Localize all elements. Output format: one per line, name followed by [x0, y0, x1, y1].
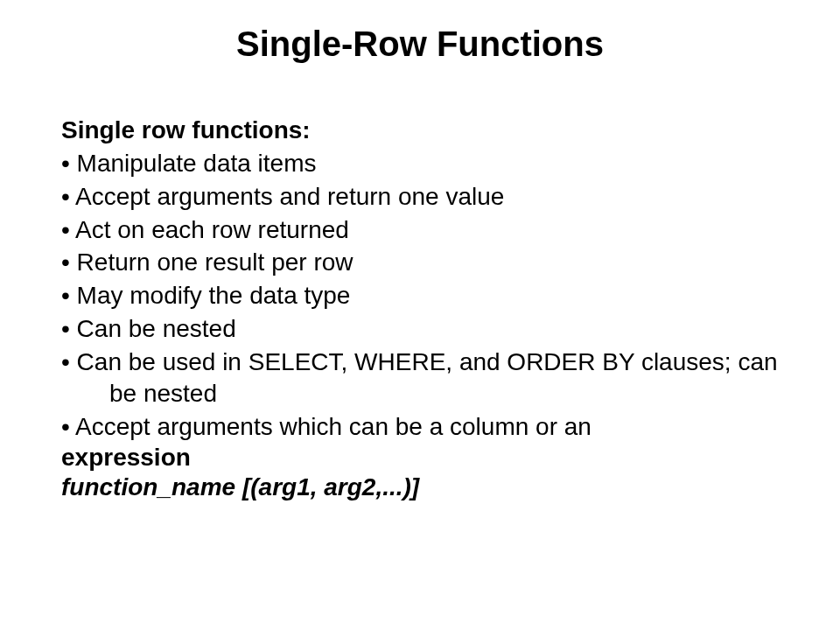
bullet-item: • Act on each row returned	[61, 214, 779, 246]
bullet-text-line2: be nested	[61, 378, 779, 410]
bullet-item: • Can be nested	[61, 313, 779, 345]
bullet-item: • Return one result per row	[61, 247, 779, 278]
bullet-text-line1: • Can be used in SELECT, WHERE, and ORDE…	[61, 348, 778, 375]
bullet-item: • May modify the data type	[61, 280, 779, 312]
bullet-item: • Manipulate data items	[61, 148, 779, 179]
bullet-item: • Accept arguments and return one value	[61, 181, 779, 213]
slide-title: Single-Row Functions	[61, 24, 779, 64]
bullet-item: • Can be used in SELECT, WHERE, and ORDE…	[61, 346, 779, 410]
bullet-item: • Accept arguments which can be a column…	[61, 411, 779, 443]
syntax-line: function_name [(arg1, arg2,...)]	[61, 473, 779, 501]
subheading: Single row functions:	[61, 116, 779, 144]
expression-label: expression	[61, 444, 779, 472]
